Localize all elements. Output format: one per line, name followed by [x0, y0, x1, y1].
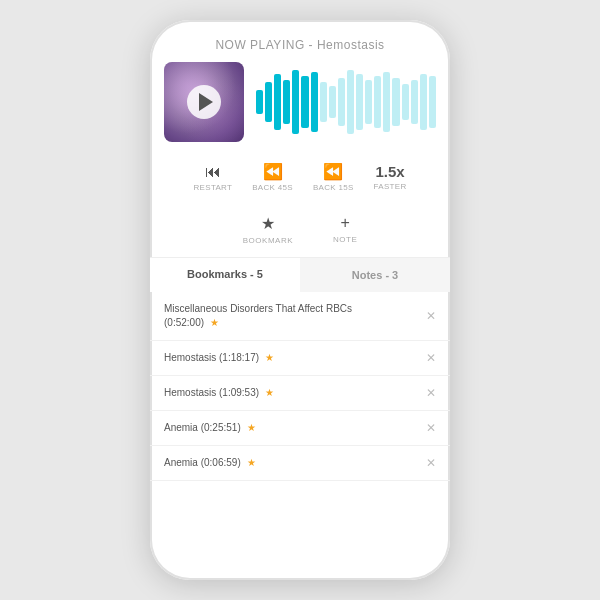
- waveform-bar: [311, 72, 318, 132]
- bookmark-text: Hemostasis (1:18:17) ★: [164, 351, 418, 365]
- bookmark-icon: ★: [261, 214, 275, 233]
- note-icon: +: [340, 214, 349, 232]
- star-icon: ★: [247, 457, 256, 468]
- waveform-bar: [338, 78, 345, 126]
- waveform-bar: [365, 80, 372, 124]
- star-icon: ★: [265, 352, 274, 363]
- waveform-bar: [347, 70, 354, 134]
- waveform-bar: [411, 80, 418, 124]
- phone-inner: NOW PLAYING - Hemostasis ⏮ RESTART ⏪ BAC…: [150, 20, 450, 580]
- waveform-bar: [383, 72, 390, 132]
- waveform-bar: [292, 70, 299, 134]
- star-icon: ★: [210, 317, 219, 328]
- phone-frame: NOW PLAYING - Hemostasis ⏮ RESTART ⏪ BAC…: [150, 20, 450, 580]
- waveform-bar: [274, 74, 281, 130]
- play-button[interactable]: [187, 85, 221, 119]
- back15-label: BACK 15s: [313, 183, 354, 192]
- bookmark-text: Hemostasis (1:09:53) ★: [164, 386, 418, 400]
- restart-label: RESTART: [194, 183, 233, 192]
- controls-row: ⏮ RESTART ⏪ BACK 45s ⏪ BACK 15s 1.5x FAS…: [150, 156, 450, 198]
- list-item: Hemostasis (1:18:17) ★ ✕: [150, 341, 450, 376]
- bookmarks-list: Miscellaneous Disorders That Affect RBCs…: [150, 292, 450, 580]
- waveform-bar: [374, 76, 381, 128]
- waveform-bar: [420, 74, 427, 130]
- back15-control[interactable]: ⏪ BACK 15s: [313, 162, 354, 192]
- bookmark-text: Anemia (0:25:51) ★: [164, 421, 418, 435]
- star-icon: ★: [265, 387, 274, 398]
- waveform-bar: [320, 82, 327, 122]
- close-icon[interactable]: ✕: [426, 351, 436, 365]
- waveform-bar: [329, 86, 336, 118]
- player-area: [150, 62, 450, 142]
- back15-icon: ⏪: [323, 162, 343, 181]
- close-icon[interactable]: ✕: [426, 309, 436, 323]
- bookmark-text: Anemia (0:06:59) ★: [164, 456, 418, 470]
- speed-control[interactable]: 1.5x FASTER: [374, 163, 407, 191]
- waveform-bar: [265, 82, 272, 122]
- speed-value: 1.5x: [375, 163, 404, 180]
- back45-control[interactable]: ⏪ BACK 45s: [252, 162, 293, 192]
- restart-control[interactable]: ⏮ RESTART: [194, 163, 233, 192]
- waveform-bar: [283, 80, 290, 124]
- back45-label: BACK 45s: [252, 183, 293, 192]
- bookmark-action[interactable]: ★ BOOKMARK: [243, 214, 293, 245]
- note-action[interactable]: + NOTE: [333, 214, 357, 245]
- waveform-bar: [301, 76, 308, 128]
- bookmark-label: BOOKMARK: [243, 236, 293, 245]
- star-icon: ★: [247, 422, 256, 433]
- tab-bookmarks[interactable]: Bookmarks - 5: [150, 258, 300, 292]
- waveform-bar: [356, 74, 363, 130]
- speed-label: FASTER: [374, 182, 407, 191]
- tab-notes[interactable]: Notes - 3: [300, 258, 450, 292]
- close-icon[interactable]: ✕: [426, 456, 436, 470]
- tabs-row: Bookmarks - 5 Notes - 3: [150, 258, 450, 292]
- back45-icon: ⏪: [263, 162, 283, 181]
- close-icon[interactable]: ✕: [426, 421, 436, 435]
- play-icon: [199, 93, 213, 111]
- album-art: [164, 62, 244, 142]
- waveform: [256, 62, 436, 142]
- list-item: Miscellaneous Disorders That Affect RBCs…: [150, 292, 450, 341]
- actions-row: ★ BOOKMARK + NOTE: [150, 206, 450, 258]
- close-icon[interactable]: ✕: [426, 386, 436, 400]
- waveform-bar: [402, 84, 409, 120]
- list-item: Anemia (0:25:51) ★ ✕: [150, 411, 450, 446]
- note-label: NOTE: [333, 235, 357, 244]
- bookmark-text: Miscellaneous Disorders That Affect RBCs…: [164, 302, 418, 330]
- restart-icon: ⏮: [205, 163, 221, 181]
- now-playing-title: NOW PLAYING - Hemostasis: [150, 38, 450, 52]
- list-item: Anemia (0:06:59) ★ ✕: [150, 446, 450, 481]
- waveform-bar: [256, 90, 263, 114]
- waveform-bar: [429, 76, 436, 128]
- waveform-bar: [392, 78, 399, 126]
- list-item: Hemostasis (1:09:53) ★ ✕: [150, 376, 450, 411]
